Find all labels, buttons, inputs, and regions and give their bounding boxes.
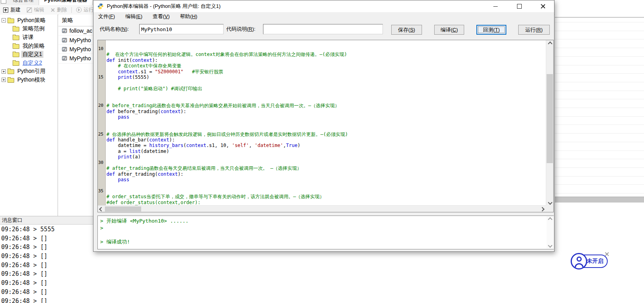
code-token: print [118, 154, 132, 160]
background-row-line [555, 56, 644, 57]
background-row-line [555, 116, 644, 117]
code-editor[interactable]: 101520253035 # 在这个方法中编写任何的初始化逻辑。context对… [97, 40, 554, 212]
strategy-tree-panel: -Python策略策略范例讲课我的策略自定义1自定义2+Python引用+Pyt… [0, 15, 58, 216]
line-number [98, 171, 105, 177]
background-row-line [555, 91, 644, 91]
tab-2[interactable]: Python策略管理器 [39, 0, 93, 5]
background-row-line [555, 133, 644, 134]
toolbar-separator [71, 7, 72, 13]
edit-button[interactable]: 编辑 [24, 5, 47, 15]
menu-item-h[interactable]: 帮助(H) [180, 13, 197, 20]
folder-icon [7, 78, 14, 83]
log-row: 09:26:48 > [] [0, 243, 93, 252]
close-button[interactable] [534, 0, 552, 12]
code-token [183, 69, 192, 74]
new-button[interactable]: 新建 [0, 5, 24, 15]
code-token: list [129, 149, 141, 154]
tree-item-label: Python模块 [16, 76, 47, 84]
background-scrollbar[interactable] [555, 197, 644, 203]
tree-item[interactable]: 自定义1 [0, 50, 58, 59]
tree-item[interactable]: 自定义2 [0, 59, 58, 67]
code-token: a = [106, 149, 129, 154]
backtest-button[interactable]: 回测(T) [476, 25, 506, 35]
code-line: # 在context中保存全局变量 [106, 63, 546, 69]
assistant-widget[interactable]: 未开启 [571, 252, 609, 271]
assistant-avatar[interactable] [571, 253, 587, 270]
tree-item[interactable]: +Python引用 [0, 67, 58, 76]
code-token: history_bars [149, 143, 183, 148]
editor-vertical-scrollbar[interactable] [546, 40, 553, 206]
delete-button[interactable]: 删除 [47, 5, 70, 15]
code-token: ): [178, 171, 183, 177]
run-button[interactable]: 运行(R) [518, 25, 550, 35]
code-line [106, 92, 546, 97]
compiler-output: > 开始编译 <MyPython10> ......>> 编译成功! [97, 216, 554, 249]
assistant-close-icon[interactable] [605, 252, 609, 256]
code-line: a = list(datetime) [106, 149, 546, 154]
output-line [100, 231, 553, 238]
code-line: #def order_status(context,order): [106, 200, 546, 205]
code-desc-input[interactable] [263, 24, 383, 34]
editor-hscroll-thumb[interactable] [105, 206, 141, 212]
scroll-down-icon[interactable] [548, 200, 552, 204]
editor-code[interactable]: # 在这个方法中编写任何的初始化逻辑。context对象将会在你的算法策略的任何… [106, 40, 546, 205]
tree-item[interactable]: -Python策略 [0, 16, 58, 25]
output-scroll-up-icon[interactable] [548, 217, 552, 221]
person-body-icon [575, 263, 584, 270]
line-number [98, 183, 105, 188]
menu-item-e[interactable]: 编辑(E) [125, 13, 142, 20]
code-token [106, 114, 118, 120]
code-token: True [286, 143, 297, 148]
menu-item-v[interactable]: 查看(V) [153, 13, 170, 20]
tree-expander-icon[interactable]: + [2, 69, 6, 74]
dialog-title-bar[interactable]: Python脚本编辑器 - (Python策略 用户组: 自定义1) [93, 0, 554, 12]
compile-button[interactable]: 编译(C) [434, 25, 464, 35]
code-line [106, 46, 546, 52]
code-token: #def order_status(context,order): [106, 200, 200, 205]
background-row-line [555, 48, 644, 48]
code-line [106, 183, 546, 188]
maximize-button[interactable] [510, 0, 528, 12]
save-button[interactable]: 保存(S) [391, 25, 422, 35]
code-token: # order_status当委托下单，成交，撤单等与下单有关的动作时，该方法就… [106, 194, 324, 199]
code-line [106, 188, 546, 194]
tree-item[interactable]: 讲课 [0, 33, 58, 42]
editor-horizontal-scrollbar[interactable] [98, 205, 546, 212]
code-line [106, 80, 546, 86]
line-number [98, 52, 105, 57]
tree-item[interactable]: +Python模块 [0, 76, 58, 84]
tree-expander-icon[interactable]: + [2, 78, 6, 82]
code-line: # after_trading函数会在每天交易结束后被调用，当天只会被调用一次。… [106, 165, 546, 171]
output-scrollbar[interactable] [547, 216, 554, 249]
scroll-right-icon[interactable] [540, 207, 544, 211]
editor-vscroll-thumb[interactable] [547, 74, 553, 163]
main-tabs: 综合管理Python策略管理器动 [0, 0, 108, 5]
scroll-up-icon[interactable] [548, 41, 552, 46]
assistant-status-label: 未开启 [587, 258, 603, 265]
person-icon [577, 257, 582, 262]
background-row-line [555, 167, 644, 168]
nav-icon[interactable] [1, 0, 6, 4]
code-token: pass [118, 114, 129, 120]
dialog-title: Python脚本编辑器 - (Python策略 用户组: 自定义1) [107, 3, 220, 10]
code-desc-label: 代码说明(R): [226, 24, 256, 34]
log-row: 09:26:48 > [] [0, 279, 93, 288]
output-scroll-down-icon[interactable] [548, 243, 552, 247]
tree-expander-icon[interactable]: - [2, 18, 6, 22]
tree-item[interactable]: 策略范例 [0, 25, 58, 33]
code-token [106, 86, 118, 91]
tree-item[interactable]: 我的策略 [0, 42, 58, 50]
line-number [98, 114, 105, 120]
code-name-input[interactable] [139, 24, 224, 34]
code-token: #平安银行股票 [192, 69, 223, 74]
log-row: 09:26:48 > [] [0, 270, 93, 279]
menu-item-f[interactable]: 文件(F) [98, 13, 115, 20]
code-token: context [132, 58, 152, 63]
code-name-label: 代码名称(N): [100, 24, 129, 34]
tab-1[interactable]: 综合管理 [8, 0, 39, 5]
minimize-button[interactable] [487, 0, 504, 12]
code-token: ): [152, 58, 158, 63]
background-row-line [555, 108, 644, 108]
code-token: context [118, 69, 138, 74]
scroll-left-icon[interactable] [99, 207, 103, 211]
